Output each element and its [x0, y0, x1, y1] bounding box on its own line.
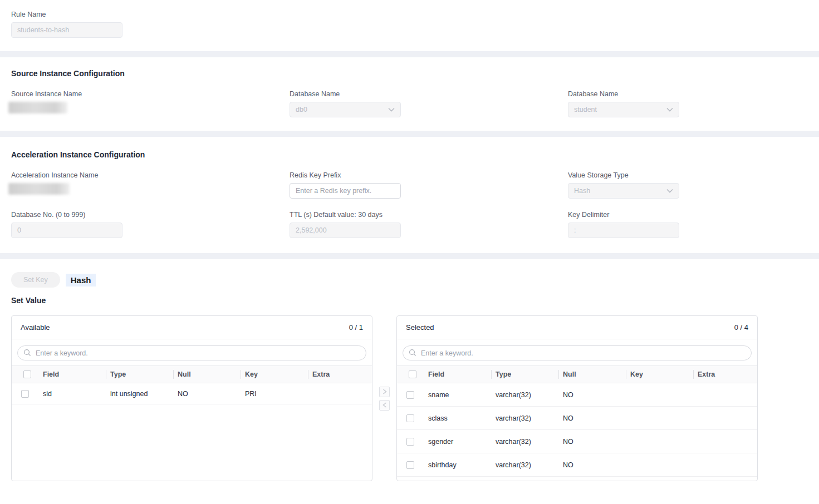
- key-delimiter-input[interactable]: [568, 223, 679, 238]
- database-name-field: Database Name db0: [290, 90, 568, 117]
- redis-key-prefix-field: Redis Key Prefix: [290, 171, 568, 199]
- acceleration-instance-label: Acceleration Instance Name: [11, 171, 290, 179]
- available-count: 0 / 1: [349, 323, 363, 332]
- acceleration-instance-field: Acceleration Instance Name: [11, 171, 290, 199]
- table-cell: NO: [558, 414, 626, 422]
- ttl-field: TTL (s) Default value: 30 days: [290, 211, 568, 238]
- available-table-body: sidint unsignedNOPRI: [12, 383, 372, 404]
- key-delimiter-field: Key Delimiter: [568, 211, 819, 238]
- rule-name-input[interactable]: [11, 22, 122, 38]
- available-search-input[interactable]: [17, 345, 366, 360]
- key-delimiter-label: Key Delimiter: [568, 211, 819, 219]
- rule-name-section: Rule Name: [0, 0, 819, 51]
- acceleration-config-title: Acceleration Instance Configuration: [11, 150, 819, 159]
- row-checkbox[interactable]: [406, 461, 414, 469]
- selected-table-body: snamevarchar(32)NOsclassvarchar(32)NOsge…: [397, 383, 757, 477]
- source-config-section: Source Instance Configuration Source Ins…: [0, 57, 819, 131]
- database-name-select[interactable]: db0: [290, 102, 401, 117]
- table-cell: varchar(32): [491, 414, 558, 422]
- section-divider: [0, 253, 819, 259]
- move-right-button[interactable]: [379, 387, 390, 397]
- column-header: Null: [173, 370, 241, 378]
- value-storage-type-select[interactable]: Hash: [568, 183, 679, 199]
- database-name2-select[interactable]: student: [568, 102, 679, 117]
- table-cell: varchar(32): [491, 461, 558, 469]
- selected-panel: Selected 0 / 4 Field Type Null Key Extra…: [396, 315, 758, 481]
- row-checkbox[interactable]: [406, 438, 414, 446]
- table-cell: NO: [173, 390, 241, 398]
- database-no-input[interactable]: [11, 223, 122, 238]
- redis-key-prefix-input[interactable]: [290, 183, 401, 199]
- table-cell: NO: [558, 461, 626, 469]
- selected-count: 0 / 4: [734, 323, 748, 332]
- available-panel: Available 0 / 1 Field Type Null Key Extr…: [11, 315, 372, 481]
- table-cell: sname: [424, 391, 491, 399]
- database-name-value: db0: [296, 106, 307, 113]
- database-no-label: Database No. (0 to 999): [11, 211, 290, 219]
- value-storage-type-field: Value Storage Type Hash: [568, 171, 819, 199]
- column-header: Key: [241, 370, 308, 378]
- set-value-section: Set Key Hash Set Value Available 0 / 1 F…: [0, 259, 819, 504]
- hash-type-badge: Hash: [66, 274, 96, 286]
- table-cell: sgender: [424, 438, 491, 446]
- table-row: sidint unsignedNOPRI: [12, 383, 372, 404]
- field-transfer: Available 0 / 1 Field Type Null Key Extr…: [11, 315, 819, 481]
- database-no-field: Database No. (0 to 999): [11, 211, 290, 238]
- section-divider: [0, 51, 819, 57]
- chevron-down-icon: [388, 107, 395, 112]
- row-checkbox[interactable]: [21, 390, 29, 398]
- table-cell: varchar(32): [491, 438, 558, 446]
- database-name-label: Database Name: [290, 90, 568, 98]
- selected-search-input[interactable]: [403, 345, 752, 360]
- column-header: Type: [106, 370, 173, 378]
- section-divider: [0, 131, 819, 137]
- table-cell: PRI: [241, 390, 308, 398]
- acceleration-instance-name-redacted: [8, 183, 70, 195]
- select-all-checkbox[interactable]: [23, 370, 31, 378]
- select-all-checkbox[interactable]: [409, 370, 416, 378]
- table-row: sgendervarchar(32)NO: [397, 430, 757, 453]
- column-header: Null: [558, 370, 626, 378]
- search-icon: [409, 349, 416, 359]
- value-storage-type-value: Hash: [574, 187, 590, 195]
- ttl-input[interactable]: [290, 223, 401, 238]
- chevron-down-icon: [666, 189, 673, 193]
- table-cell: sid: [38, 390, 106, 398]
- transfer-controls: [372, 315, 396, 481]
- selected-table-header: Field Type Null Key Extra: [397, 365, 757, 383]
- source-instance-field: Source Instance Name: [11, 90, 290, 117]
- selected-panel-title: Selected: [406, 323, 434, 332]
- table-row: sclassvarchar(32)NO: [397, 407, 757, 430]
- table-cell: NO: [558, 438, 626, 446]
- table-cell: int unsigned: [106, 390, 173, 398]
- available-panel-title: Available: [21, 323, 50, 332]
- row-checkbox[interactable]: [406, 391, 414, 399]
- column-header: Field: [38, 370, 106, 378]
- row-checkbox[interactable]: [406, 414, 414, 422]
- column-header: Field: [424, 370, 491, 378]
- available-table-header: Field Type Null Key Extra: [12, 365, 372, 383]
- source-instance-label: Source Instance Name: [11, 90, 290, 98]
- table-cell: sclass: [424, 414, 491, 422]
- search-icon: [23, 349, 31, 359]
- table-cell: sbirthday: [424, 461, 491, 469]
- set-key-button[interactable]: Set Key: [11, 272, 60, 288]
- column-header: Extra: [308, 370, 372, 378]
- column-header: Extra: [693, 370, 757, 378]
- source-config-title: Source Instance Configuration: [11, 69, 819, 78]
- rule-name-label: Rule Name: [11, 11, 819, 18]
- redis-key-prefix-label: Redis Key Prefix: [290, 171, 568, 179]
- ttl-label: TTL (s) Default value: 30 days: [290, 211, 568, 219]
- table-cell: NO: [558, 391, 626, 399]
- acceleration-config-section: Acceleration Instance Configuration Acce…: [0, 137, 819, 253]
- set-value-title: Set Value: [11, 296, 819, 305]
- table-row: sbirthdayvarchar(32)NO: [397, 453, 757, 477]
- table-row: snamevarchar(32)NO: [397, 383, 757, 407]
- database-name2-label: Database Name: [568, 90, 819, 98]
- chevron-down-icon: [666, 107, 673, 112]
- table-cell: varchar(32): [491, 391, 558, 399]
- column-header: Key: [626, 370, 693, 378]
- move-left-button[interactable]: [379, 400, 390, 411]
- source-instance-name-redacted: [8, 102, 67, 113]
- value-storage-type-label: Value Storage Type: [568, 171, 819, 179]
